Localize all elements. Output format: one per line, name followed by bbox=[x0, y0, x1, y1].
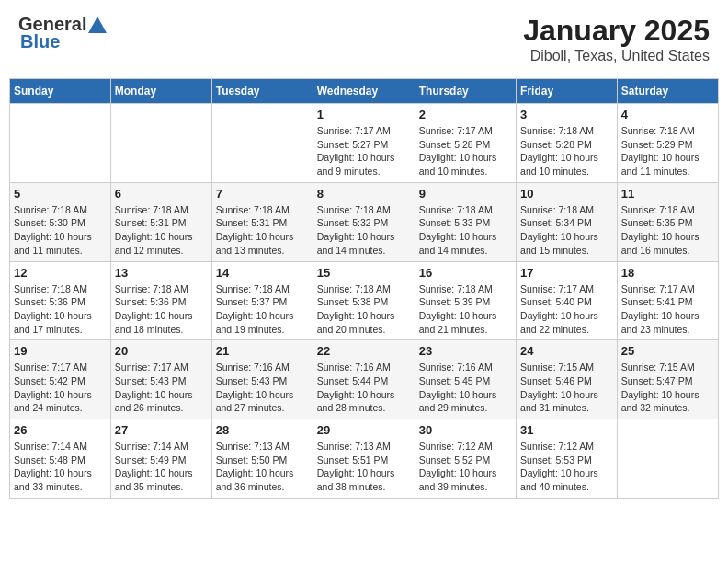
day-info: Sunrise: 7:18 AMSunset: 5:34 PMDaylight:… bbox=[520, 203, 613, 258]
day-number: 9 bbox=[419, 187, 512, 201]
day-info: Sunrise: 7:18 AMSunset: 5:37 PMDaylight:… bbox=[216, 282, 309, 337]
day-info: Sunrise: 7:14 AMSunset: 5:49 PMDaylight:… bbox=[115, 440, 208, 494]
logo: General Blue bbox=[18, 14, 107, 52]
day-number: 13 bbox=[115, 266, 208, 280]
day-info: Sunrise: 7:18 AMSunset: 5:36 PMDaylight:… bbox=[115, 282, 208, 337]
calendar-week-row: 26Sunrise: 7:14 AMSunset: 5:48 PMDayligh… bbox=[10, 419, 719, 499]
calendar-cell: 15Sunrise: 7:18 AMSunset: 5:38 PMDayligh… bbox=[313, 261, 415, 340]
calendar-cell: 20Sunrise: 7:17 AMSunset: 5:43 PMDayligh… bbox=[110, 340, 211, 419]
day-number: 18 bbox=[621, 266, 714, 280]
calendar-cell: 22Sunrise: 7:16 AMSunset: 5:44 PMDayligh… bbox=[313, 340, 415, 419]
calendar-cell: 7Sunrise: 7:18 AMSunset: 5:31 PMDaylight… bbox=[211, 182, 313, 261]
day-number: 2 bbox=[419, 108, 512, 121]
page-header: General Blue January 2025 Diboll, Texas,… bbox=[9, 9, 719, 69]
calendar-cell: 5Sunrise: 7:18 AMSunset: 5:30 PMDaylight… bbox=[10, 182, 111, 261]
day-number: 14 bbox=[216, 266, 309, 280]
calendar-cell bbox=[110, 104, 211, 183]
day-info: Sunrise: 7:13 AMSunset: 5:51 PMDaylight:… bbox=[317, 440, 411, 494]
calendar-week-row: 12Sunrise: 7:18 AMSunset: 5:36 PMDayligh… bbox=[10, 261, 719, 340]
calendar-week-row: 5Sunrise: 7:18 AMSunset: 5:30 PMDaylight… bbox=[10, 182, 719, 261]
day-info: Sunrise: 7:18 AMSunset: 5:39 PMDaylight:… bbox=[419, 282, 512, 337]
day-number: 1 bbox=[317, 108, 411, 121]
day-number: 11 bbox=[621, 187, 714, 201]
calendar-cell: 4Sunrise: 7:18 AMSunset: 5:29 PMDaylight… bbox=[617, 104, 718, 183]
day-info: Sunrise: 7:18 AMSunset: 5:35 PMDaylight:… bbox=[621, 203, 714, 258]
calendar-header-row: SundayMondayTuesdayWednesdayThursdayFrid… bbox=[10, 79, 719, 104]
day-of-week-header: Friday bbox=[517, 79, 618, 104]
day-info: Sunrise: 7:14 AMSunset: 5:48 PMDaylight:… bbox=[14, 440, 107, 494]
day-number: 28 bbox=[216, 423, 309, 437]
day-info: Sunrise: 7:18 AMSunset: 5:38 PMDaylight:… bbox=[317, 282, 411, 337]
calendar-cell: 29Sunrise: 7:13 AMSunset: 5:51 PMDayligh… bbox=[313, 419, 415, 499]
day-number: 15 bbox=[317, 266, 411, 280]
calendar-cell: 1Sunrise: 7:17 AMSunset: 5:27 PMDaylight… bbox=[313, 104, 415, 183]
calendar-cell: 2Sunrise: 7:17 AMSunset: 5:28 PMDaylight… bbox=[415, 104, 516, 183]
day-number: 8 bbox=[317, 187, 411, 201]
calendar-cell: 10Sunrise: 7:18 AMSunset: 5:34 PMDayligh… bbox=[517, 182, 618, 261]
calendar-cell: 26Sunrise: 7:14 AMSunset: 5:48 PMDayligh… bbox=[10, 419, 111, 499]
location-title: Diboll, Texas, United States bbox=[523, 48, 710, 64]
day-info: Sunrise: 7:18 AMSunset: 5:31 PMDaylight:… bbox=[216, 203, 309, 258]
day-number: 26 bbox=[14, 423, 107, 437]
day-info: Sunrise: 7:17 AMSunset: 5:40 PMDaylight:… bbox=[520, 282, 613, 337]
day-info: Sunrise: 7:17 AMSunset: 5:28 PMDaylight:… bbox=[419, 124, 512, 178]
calendar-cell: 12Sunrise: 7:18 AMSunset: 5:36 PMDayligh… bbox=[10, 261, 111, 340]
day-info: Sunrise: 7:18 AMSunset: 5:32 PMDaylight:… bbox=[317, 203, 411, 258]
logo-icon bbox=[88, 17, 107, 33]
day-of-week-header: Saturday bbox=[617, 79, 718, 104]
day-number: 31 bbox=[520, 423, 613, 437]
day-of-week-header: Tuesday bbox=[211, 79, 313, 104]
calendar-cell: 9Sunrise: 7:18 AMSunset: 5:33 PMDaylight… bbox=[415, 182, 516, 261]
month-title: January 2025 bbox=[523, 14, 710, 48]
day-info: Sunrise: 7:15 AMSunset: 5:46 PMDaylight:… bbox=[520, 361, 613, 415]
title-area: January 2025 Diboll, Texas, United State… bbox=[523, 14, 710, 64]
calendar-cell: 6Sunrise: 7:18 AMSunset: 5:31 PMDaylight… bbox=[110, 182, 211, 261]
day-number: 3 bbox=[520, 108, 613, 121]
day-info: Sunrise: 7:18 AMSunset: 5:28 PMDaylight:… bbox=[520, 124, 613, 178]
day-number: 16 bbox=[419, 266, 512, 280]
calendar-cell: 28Sunrise: 7:13 AMSunset: 5:50 PMDayligh… bbox=[211, 419, 313, 499]
calendar-cell: 23Sunrise: 7:16 AMSunset: 5:45 PMDayligh… bbox=[415, 340, 516, 419]
day-number: 30 bbox=[419, 423, 512, 437]
calendar-cell: 8Sunrise: 7:18 AMSunset: 5:32 PMDaylight… bbox=[313, 182, 415, 261]
calendar-cell: 14Sunrise: 7:18 AMSunset: 5:37 PMDayligh… bbox=[211, 261, 313, 340]
day-info: Sunrise: 7:17 AMSunset: 5:41 PMDaylight:… bbox=[621, 282, 714, 337]
day-info: Sunrise: 7:15 AMSunset: 5:47 PMDaylight:… bbox=[621, 361, 714, 415]
calendar-cell: 25Sunrise: 7:15 AMSunset: 5:47 PMDayligh… bbox=[617, 340, 718, 419]
logo-text-blue: Blue bbox=[20, 31, 60, 52]
day-number: 19 bbox=[14, 344, 107, 358]
day-number: 22 bbox=[317, 344, 411, 358]
calendar-week-row: 19Sunrise: 7:17 AMSunset: 5:42 PMDayligh… bbox=[10, 340, 719, 419]
day-info: Sunrise: 7:18 AMSunset: 5:36 PMDaylight:… bbox=[14, 282, 107, 337]
day-of-week-header: Thursday bbox=[415, 79, 516, 104]
day-of-week-header: Monday bbox=[110, 79, 211, 104]
day-number: 6 bbox=[115, 187, 208, 201]
day-number: 27 bbox=[115, 423, 208, 437]
calendar-cell: 27Sunrise: 7:14 AMSunset: 5:49 PMDayligh… bbox=[110, 419, 211, 499]
calendar-cell: 3Sunrise: 7:18 AMSunset: 5:28 PMDaylight… bbox=[517, 104, 618, 183]
calendar-cell: 16Sunrise: 7:18 AMSunset: 5:39 PMDayligh… bbox=[415, 261, 516, 340]
calendar-cell: 18Sunrise: 7:17 AMSunset: 5:41 PMDayligh… bbox=[617, 261, 718, 340]
day-info: Sunrise: 7:16 AMSunset: 5:45 PMDaylight:… bbox=[419, 361, 512, 415]
day-info: Sunrise: 7:12 AMSunset: 5:53 PMDaylight:… bbox=[520, 440, 613, 494]
calendar-cell bbox=[211, 104, 313, 183]
day-number: 20 bbox=[115, 344, 208, 358]
day-of-week-header: Wednesday bbox=[313, 79, 415, 104]
day-info: Sunrise: 7:17 AMSunset: 5:43 PMDaylight:… bbox=[115, 361, 208, 415]
day-number: 4 bbox=[621, 108, 714, 121]
day-number: 5 bbox=[14, 187, 107, 201]
calendar-cell: 31Sunrise: 7:12 AMSunset: 5:53 PMDayligh… bbox=[517, 419, 618, 499]
day-info: Sunrise: 7:18 AMSunset: 5:29 PMDaylight:… bbox=[621, 124, 714, 178]
calendar-cell: 21Sunrise: 7:16 AMSunset: 5:43 PMDayligh… bbox=[211, 340, 313, 419]
day-number: 10 bbox=[520, 187, 613, 201]
calendar-cell: 17Sunrise: 7:17 AMSunset: 5:40 PMDayligh… bbox=[517, 261, 618, 340]
calendar-week-row: 1Sunrise: 7:17 AMSunset: 5:27 PMDaylight… bbox=[10, 104, 719, 183]
day-number: 21 bbox=[216, 344, 309, 358]
day-number: 7 bbox=[216, 187, 309, 201]
day-number: 12 bbox=[14, 266, 107, 280]
day-info: Sunrise: 7:18 AMSunset: 5:31 PMDaylight:… bbox=[115, 203, 208, 258]
day-number: 29 bbox=[317, 423, 411, 437]
day-info: Sunrise: 7:16 AMSunset: 5:43 PMDaylight:… bbox=[216, 361, 309, 415]
day-number: 25 bbox=[621, 344, 714, 358]
calendar-cell: 30Sunrise: 7:12 AMSunset: 5:52 PMDayligh… bbox=[415, 419, 516, 499]
